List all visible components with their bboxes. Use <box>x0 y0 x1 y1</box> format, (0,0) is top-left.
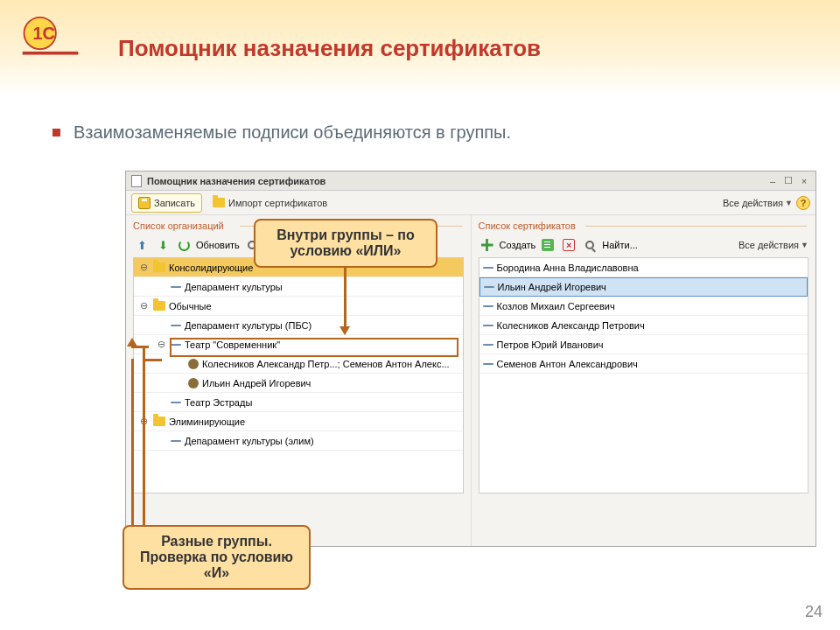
item-icon <box>483 363 494 365</box>
chevron-down-icon: ▼ <box>801 241 808 249</box>
window-titlebar: Помощник назначения сертификатов – ☐ × <box>126 172 816 191</box>
row-label: Колесников Александр Петрович <box>497 320 645 331</box>
organizations-tree[interactable]: ⊖КонсолидирующиеДепарамент культуры⊖Обыч… <box>133 257 464 494</box>
mark-delete-button[interactable]: × <box>560 236 578 254</box>
create-add-button[interactable] <box>479 236 496 254</box>
row-label: Депарамент культуры (ПБС) <box>185 320 312 331</box>
folder-icon <box>153 262 165 272</box>
document-icon <box>131 175 142 187</box>
list-row[interactable]: Семенов Антон Александрович <box>480 354 808 374</box>
row-label: Ильин Андрей Игоревич <box>202 378 311 388</box>
maximize-button[interactable]: ☐ <box>782 175 794 187</box>
expand-button[interactable]: ⬇ <box>154 236 172 254</box>
expander-icon[interactable]: ⊖ <box>137 262 150 273</box>
edit-icon <box>542 239 554 251</box>
tree-row[interactable]: Театр Эстрады <box>134 393 463 412</box>
tree-row[interactable]: Депарамент культуры (ПБС) <box>134 316 463 335</box>
search-icon <box>585 241 594 249</box>
tree-row[interactable]: Ильин Андрей Игоревич <box>134 374 463 393</box>
row-label: Театр "Современник" <box>185 340 280 350</box>
item-icon <box>171 344 181 346</box>
svg-rect-2 <box>23 52 79 55</box>
list-row[interactable]: Козлов Михаил Сергеевич <box>480 297 808 316</box>
arrow-down-icon: ⬇ <box>158 239 168 252</box>
row-label: Консолидирующие <box>169 262 253 273</box>
list-row[interactable]: Колесников Александр Петрович <box>480 316 808 335</box>
row-label: Бородина Анна Владиславовна <box>497 262 639 273</box>
item-icon <box>483 344 494 346</box>
folder-icon <box>153 301 165 311</box>
svg-text:1C: 1C <box>33 24 56 43</box>
collapse-button[interactable]: ⬆ <box>133 236 150 254</box>
list-row[interactable]: Ильин Андрей Игоревич <box>480 277 808 297</box>
row-label: Депарамент культуры <box>185 282 283 292</box>
row-label: Козлов Михаил Сергеевич <box>497 301 615 312</box>
callout-or: Внутри группы – по условию «ИЛИ» <box>254 219 438 268</box>
delete-icon: × <box>563 239 575 251</box>
certificates-panel: Список сертификатов Создать × Найти... В… <box>471 215 816 546</box>
tree-row[interactable]: Депарамент культуры <box>134 277 463 297</box>
window-title: Помощник назначения сертификатов <box>147 176 761 186</box>
tree-row[interactable]: Депарамент культуры (элим) <box>134 431 463 451</box>
row-label: Семенов Антон Александрович <box>497 359 638 369</box>
expander-icon[interactable]: ⊖ <box>155 339 167 350</box>
app-window: Помощник назначения сертификатов – ☐ × З… <box>125 171 816 547</box>
item-icon <box>484 286 494 288</box>
folder-icon <box>153 416 165 426</box>
tree-row[interactable]: ⊖Элиминирующие <box>134 412 463 431</box>
expander-icon[interactable]: ⊖ <box>137 300 150 312</box>
save-button[interactable]: Записать <box>131 193 202 213</box>
save-icon <box>138 197 150 209</box>
chevron-down-icon: ▼ <box>785 199 793 207</box>
minimize-button[interactable]: – <box>766 175 779 187</box>
person-icon <box>188 359 199 369</box>
row-label: Обычные <box>169 301 212 312</box>
item-icon <box>483 267 494 269</box>
row-label: Петров Юрий Иванович <box>497 340 604 350</box>
tree-row[interactable]: ⊖Обычные <box>134 297 463 316</box>
slide-title: Помощник назначения сертификатов <box>118 35 541 62</box>
item-icon <box>483 305 494 307</box>
row-label: Депарамент культуры (элим) <box>185 436 314 446</box>
list-row[interactable]: Бородина Анна Владиславовна <box>480 258 808 277</box>
tree-row[interactable]: Колесников Александр Петр...; Семенов Ан… <box>134 354 463 374</box>
refresh-icon <box>178 240 190 251</box>
main-toolbar: Записать Импорт сертификатов Все действи… <box>126 191 816 215</box>
bullet-icon <box>52 129 60 136</box>
tree-row[interactable]: ⊖Театр "Современник" <box>134 335 463 354</box>
help-icon[interactable]: ? <box>796 196 810 210</box>
certificates-list[interactable]: Бородина Анна ВладиславовнаИльин Андрей … <box>479 257 809 494</box>
callout-and: Разные группы. Проверка по условию «И» <box>122 525 311 590</box>
row-label: Колесников Александр Петр...; Семенов Ан… <box>202 359 450 369</box>
slide-body: Взаимозаменяемые подписи объединяются в … <box>52 122 511 143</box>
all-actions-button[interactable]: Все действия ▼ <box>723 198 793 208</box>
refresh-button[interactable] <box>175 236 192 254</box>
certificates-toolbar: Создать × Найти... Все действия ▼ <box>479 234 809 256</box>
folder-icon <box>213 198 225 207</box>
item-icon <box>171 402 181 403</box>
logo-1c: 1C <box>22 16 79 60</box>
item-icon <box>483 325 494 326</box>
item-icon <box>171 325 181 326</box>
item-icon <box>171 440 181 442</box>
row-label: Элиминирующие <box>169 416 245 427</box>
arrow-up-icon: ⬆ <box>137 239 147 252</box>
close-button[interactable]: × <box>798 175 810 187</box>
page-number: 24 <box>805 603 822 621</box>
plus-icon <box>481 239 494 251</box>
row-label: Ильин Андрей Игоревич <box>498 282 606 292</box>
row-label: Театр Эстрады <box>185 397 252 408</box>
list-row[interactable]: Петров Юрий Иванович <box>480 335 808 354</box>
all-actions-button-r[interactable]: Все действия ▼ <box>738 240 808 250</box>
item-icon <box>171 286 181 288</box>
person-icon <box>188 378 199 388</box>
import-button[interactable]: Импорт сертификатов <box>206 194 334 212</box>
edit-button[interactable] <box>539 236 556 254</box>
find-button-r[interactable] <box>581 236 598 254</box>
